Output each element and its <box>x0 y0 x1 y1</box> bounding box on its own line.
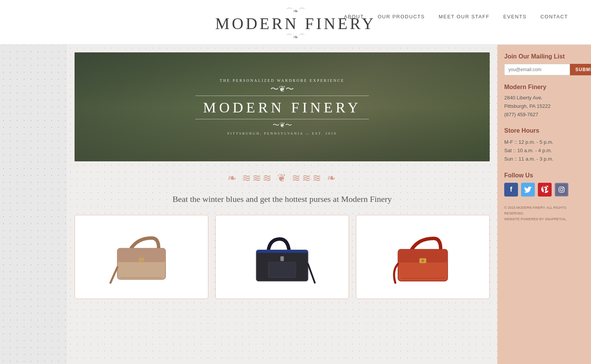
site-header: ABOUT OUR PRODUCTS MEET OUR STAFF EVENTS… <box>0 0 591 45</box>
main-nav: ABOUT OUR PRODUCTS MEET OUR STAFF EVENTS… <box>0 14 591 20</box>
left-gutter <box>0 45 67 364</box>
product-card-2[interactable] <box>215 215 349 299</box>
svg-rect-9 <box>268 262 296 278</box>
nav-products[interactable]: OUR PRODUCTS <box>378 14 425 20</box>
submit-button[interactable]: SUBMIT <box>570 64 591 75</box>
nav-staff[interactable]: MEET OUR STAFF <box>438 14 489 20</box>
store-info-section: Modern Finery 2840 Liberty Ave. Pittsbur… <box>504 84 584 119</box>
promo-text: Beat the winter blues and get the hottes… <box>75 194 490 204</box>
store-phone: (877) 459-7627 <box>504 110 584 119</box>
nav-events[interactable]: EVENTS <box>503 14 527 20</box>
hero-banner: THE PERSONALIZED WARDROBE EXPERIENCE 〜❦〜… <box>75 52 490 161</box>
nav-contact[interactable]: CONTACT <box>541 14 568 20</box>
hero-ornament-top: 〜❦〜 <box>195 85 369 93</box>
social-icons-row: f <box>504 183 584 197</box>
store-address-line1: 2840 Liberty Ave. <box>504 94 584 102</box>
twitter-icon[interactable] <box>521 183 535 197</box>
mailing-list-section: Join Our Mailing List SUBMIT <box>504 53 584 75</box>
main-content: THE PERSONALIZED WARDROBE EXPERIENCE 〜❦〜… <box>67 45 497 364</box>
footer-line1: © 2015 MODERN FINERY. ALL RIGHTS RESERVE… <box>504 205 584 217</box>
hours-weekday: M-F :: 12 p.m. - 5 p.m. <box>504 138 584 146</box>
hero-title: MODERN FINERY <box>195 96 369 119</box>
follow-section: Follow Us f <box>504 172 584 197</box>
svg-point-20 <box>563 187 564 188</box>
svg-point-16 <box>421 259 424 262</box>
product-card-1[interactable] <box>75 215 208 299</box>
svg-rect-10 <box>281 256 284 261</box>
store-hours-section: Store Hours M-F :: 12 p.m. - 5 p.m. Sat … <box>504 127 584 163</box>
bag-image-3 <box>363 219 482 294</box>
bag-image-2 <box>222 219 342 294</box>
header-ornament-bottom: ⌒❧⌒ <box>0 34 591 41</box>
bag-image-1 <box>81 219 201 294</box>
pinterest-icon[interactable] <box>538 183 552 197</box>
sidebar: Join Our Mailing List SUBMIT Modern Fine… <box>497 45 591 364</box>
store-address-line2: Pittsburgh, PA 15222 <box>504 102 584 110</box>
page-body: THE PERSONALIZED WARDROBE EXPERIENCE 〜❦〜… <box>0 45 591 364</box>
instagram-icon[interactable] <box>555 183 568 197</box>
hours-saturday: Sat :: 10 a.m. - 4 p.m. <box>504 146 584 155</box>
hero-ornament-bottom: 〜❦〜 <box>195 122 369 128</box>
hero-inner: THE PERSONALIZED WARDROBE EXPERIENCE 〜❦〜… <box>195 78 369 135</box>
product-card-3[interactable] <box>356 215 490 299</box>
hero-circle-text: THE PERSONALIZED WARDROBE EXPERIENCE <box>195 78 369 83</box>
hero-subtitle: PITTSBURGH, PENNSYLVANIA — EST. 2010 <box>195 132 369 135</box>
product-grid <box>75 215 490 299</box>
mailing-list-form: SUBMIT <box>504 64 584 75</box>
store-name: Modern Finery <box>504 84 584 91</box>
svg-line-11 <box>308 264 315 283</box>
store-hours-heading: Store Hours <box>504 127 584 134</box>
follow-heading: Follow Us <box>504 172 584 179</box>
hours-sunday: Sun :: 11 a.m. - 3 p.m. <box>504 155 584 163</box>
svg-rect-3 <box>139 258 144 262</box>
nav-about[interactable]: ABOUT <box>344 14 364 20</box>
email-input[interactable] <box>504 64 570 75</box>
facebook-icon[interactable]: f <box>504 183 518 197</box>
svg-point-19 <box>560 188 563 191</box>
sidebar-footer: © 2015 MODERN FINERY. ALL RIGHTS RESERVE… <box>504 205 584 223</box>
svg-rect-8 <box>257 250 308 253</box>
mailing-list-heading: Join Our Mailing List <box>504 53 584 60</box>
divider-ornament: ❧ ≋≋≋ ❦ ≋≋≋ ❧ <box>75 173 490 184</box>
footer-line2: WEBSITE POWERED BY SNAPRETAIL. <box>504 216 584 222</box>
svg-line-4 <box>110 267 117 283</box>
